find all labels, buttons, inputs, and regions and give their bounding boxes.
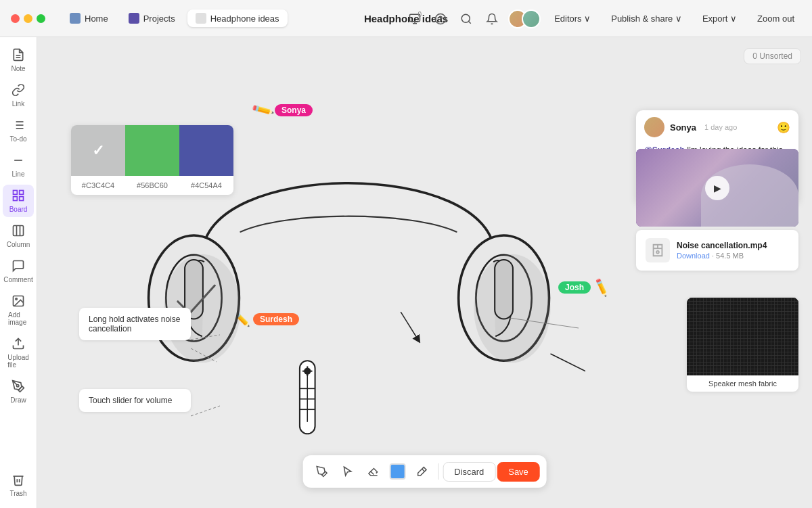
note-noise-text: Long hold activates noise cancellation	[89, 315, 180, 333]
speaker-mesh-card[interactable]: Speaker mesh fabric	[687, 298, 798, 392]
sidebar-item-line[interactable]: Line	[3, 149, 34, 182]
help-icon-btn[interactable]	[431, 9, 450, 28]
sidebar-item-comment[interactable]: Comment	[3, 255, 34, 287]
titlebar: Home Projects Headphone ideas Headphone …	[0, 0, 812, 37]
chat-time: 1 day ago	[704, 123, 737, 131]
sidebar: Note Link To-do Line Board Column Comm	[0, 37, 37, 508]
sidebar-item-todo[interactable]: To-do	[3, 114, 34, 147]
video-play-button[interactable]: ▶	[705, 176, 729, 200]
svg-point-24	[17, 385, 19, 387]
help-icon	[434, 13, 447, 25]
sidebar-line-label: Line	[12, 170, 25, 178]
canvas-tab-icon	[196, 13, 206, 24]
sidebar-item-upload[interactable]: Upload file	[3, 333, 34, 373]
sidebar-item-add-image[interactable]: Add image	[3, 290, 34, 330]
highlighter-tool-button[interactable]	[409, 459, 434, 484]
unsorted-badge: 0 Unsorted	[744, 48, 801, 64]
editors-button[interactable]: Editors ∨	[547, 10, 597, 27]
svg-point-3	[461, 14, 470, 22]
board-icon	[12, 189, 25, 204]
svg-rect-17	[20, 197, 24, 201]
color-picker-swatch[interactable]	[389, 463, 405, 480]
todo-icon	[12, 118, 25, 134]
sidebar-item-column[interactable]: Column	[3, 220, 34, 252]
export-label: Export ∨	[702, 14, 737, 24]
sidebar-item-note[interactable]: Note	[3, 44, 34, 76]
file-download-button[interactable]: Download	[677, 252, 710, 260]
cursor-icon	[341, 465, 353, 478]
svg-rect-15	[20, 191, 24, 195]
svg-point-22	[16, 298, 17, 300]
sidebar-draw-label: Draw	[10, 396, 26, 404]
tab-home-label: Home	[85, 14, 108, 24]
file-name: Noise cancellation.mp4	[677, 241, 789, 250]
sidebar-add-image-label: Add image	[8, 311, 28, 326]
sidebar-comment-label: Comment	[3, 276, 32, 283]
avatar-group[interactable]	[508, 9, 541, 28]
chat-avatar	[644, 117, 664, 137]
note-touch-slider[interactable]: Touch slider for volume	[79, 389, 191, 412]
video-card[interactable]: ▶	[636, 149, 798, 227]
sidebar-item-trash[interactable]: Trash	[3, 469, 34, 501]
line-icon	[12, 154, 25, 169]
tab-projects[interactable]: Projects	[120, 9, 183, 27]
window-controls	[0, 14, 56, 23]
sidebar-note-label: Note	[11, 65, 25, 72]
link-icon	[12, 83, 25, 99]
canvas-area[interactable]: 0 Unsorted #C3C4C4 #56BC60 #4C54A4 ✏️ So…	[37, 37, 812, 508]
svg-line-48	[422, 469, 424, 471]
chat-react-button[interactable]: 🙂	[777, 121, 790, 134]
toolbar-divider	[438, 463, 438, 480]
sidebar-trash-label: Trash	[9, 490, 26, 497]
sidebar-column-label: Column	[7, 241, 30, 248]
sidebar-item-board[interactable]: Board	[3, 185, 34, 217]
speaker-image	[687, 298, 798, 375]
notification-icon-btn[interactable]	[482, 9, 501, 28]
sidebar-link-label: Link	[12, 100, 24, 108]
highlighter-icon	[415, 465, 428, 478]
device-icon-btn[interactable]: 0	[405, 9, 424, 28]
note-touch-text: Touch slider for volume	[89, 396, 172, 405]
add-image-icon	[12, 294, 25, 310]
upload-icon	[12, 337, 25, 352]
svg-line-4	[469, 21, 471, 23]
publish-button[interactable]: Publish & share ∨	[604, 10, 689, 27]
eraser-tool-button[interactable]	[361, 459, 385, 484]
editors-label: Editors ∨	[554, 14, 591, 24]
zoom-label: Zoom out	[757, 14, 794, 24]
josh-pen-icon: ✏️	[591, 277, 613, 298]
tab-home[interactable]: Home	[62, 9, 116, 27]
tab-canvas-label: Headphone ideas	[210, 14, 279, 24]
comment-icon	[12, 259, 25, 275]
bell-icon	[486, 13, 498, 25]
headphone-drawing	[112, 101, 585, 467]
sidebar-item-link[interactable]: Link	[3, 79, 34, 112]
search-icon	[460, 13, 472, 25]
file-info: Noise cancellation.mp4 Download · 54.5 M…	[677, 241, 789, 260]
sidebar-todo-label: To-do	[9, 135, 26, 143]
close-button[interactable]	[11, 14, 20, 23]
export-button[interactable]: Export ∨	[696, 10, 744, 27]
search-icon-btn[interactable]	[457, 9, 476, 28]
note-icon	[12, 48, 25, 64]
note-noise-cancellation[interactable]: Long hold activates noise cancellation	[79, 308, 191, 340]
tab-canvas[interactable]: Headphone ideas	[187, 9, 288, 27]
speaker-mesh-pattern	[687, 298, 798, 375]
zoom-button[interactable]: Zoom out	[750, 10, 801, 27]
svg-point-47	[656, 251, 659, 254]
sidebar-item-draw[interactable]: Draw	[3, 375, 34, 408]
pen-tool-button[interactable]	[309, 459, 334, 484]
sidebar-upload-label: Upload file	[7, 354, 29, 369]
minimize-button[interactable]	[24, 14, 32, 23]
file-card: Noise cancellation.mp4 Download · 54.5 M…	[636, 230, 798, 271]
tabs-area: Home Projects Headphone ideas	[56, 9, 293, 27]
right-controls: 0 Editors ∨ Publish & share ∨ Export ∨ Z…	[405, 0, 801, 37]
drawing-toolbar: Discard Save	[302, 455, 547, 488]
select-tool-button[interactable]	[335, 459, 359, 484]
maximize-button[interactable]	[37, 14, 45, 23]
discard-button[interactable]: Discard	[443, 462, 495, 482]
svg-rect-18	[14, 226, 24, 236]
save-button[interactable]: Save	[497, 462, 540, 482]
sidebar-board-label: Board	[9, 206, 28, 213]
eraser-icon	[367, 465, 379, 478]
